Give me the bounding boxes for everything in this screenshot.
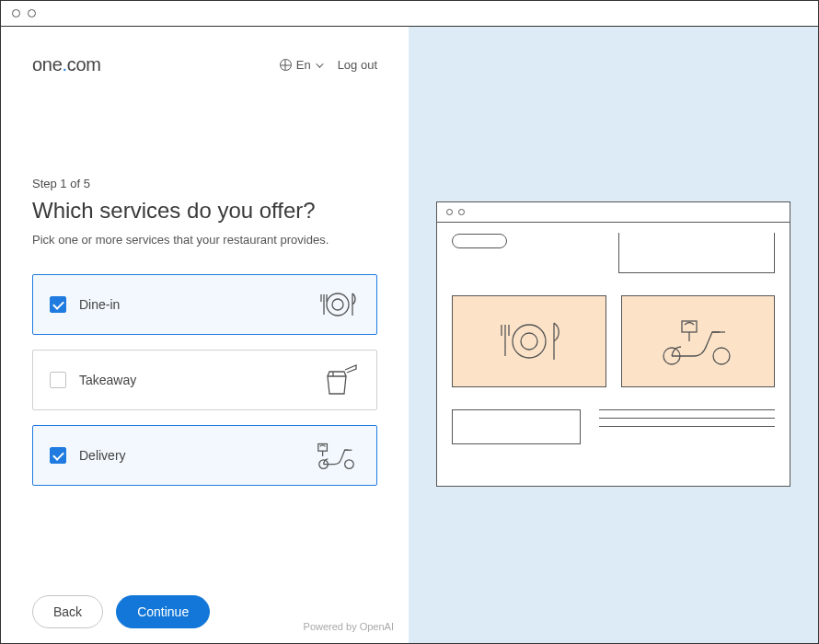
checkbox[interactable]: [50, 372, 66, 388]
preview-window: [436, 201, 790, 487]
preview-box: [452, 409, 581, 444]
svg-point-8: [713, 348, 730, 364]
app-window: one.com En Log out Step 1 of 5 Which ser…: [0, 0, 819, 644]
continue-button[interactable]: Continue: [116, 595, 210, 628]
preview-tile-delivery: [621, 295, 776, 387]
preview-hero-box: [618, 233, 775, 273]
window-control-dot[interactable]: [28, 9, 36, 17]
option-delivery[interactable]: Delivery: [32, 425, 377, 486]
preview-window-dot: [458, 209, 465, 215]
svg-point-3: [345, 460, 354, 469]
preview-window-dot: [446, 209, 453, 215]
preview-body: [437, 223, 790, 486]
brand-logo: one.com: [32, 54, 101, 75]
option-label: Takeaway: [79, 373, 301, 387]
checkbox[interactable]: [50, 296, 66, 313]
step-label: Step 1 of 5: [32, 177, 377, 190]
window-titlebar: [1, 1, 818, 27]
language-selector[interactable]: En: [280, 58, 321, 72]
preview-footer-row: [452, 409, 775, 444]
page-title: Which services do you offer?: [32, 198, 377, 224]
svg-point-6: [521, 333, 537, 350]
logout-link[interactable]: Log out: [338, 58, 377, 72]
preview-line: [599, 418, 775, 419]
content-area: one.com En Log out Step 1 of 5 Which ser…: [1, 27, 818, 643]
preview-line: [599, 426, 775, 427]
preview-navbar: [452, 234, 775, 273]
brand-suffix: com: [67, 54, 101, 75]
language-label: En: [296, 58, 311, 72]
preview-tile-dinein: [452, 295, 606, 387]
checkbox[interactable]: [50, 447, 66, 464]
options-list: Dine-in Takeaway: [32, 274, 377, 486]
svg-point-0: [327, 293, 349, 316]
bag-icon: [314, 362, 360, 398]
preview-line: [599, 409, 775, 410]
powered-by-label: Powered by OpenAI: [304, 621, 394, 632]
scooter-icon: [652, 314, 744, 369]
preview-tiles: [452, 295, 775, 387]
preview-nav-pill: [452, 234, 507, 248]
option-label: Dine-in: [79, 297, 301, 312]
chevron-down-icon: [316, 60, 323, 67]
scooter-icon: [314, 437, 360, 474]
topbar: one.com En Log out: [32, 54, 377, 75]
globe-icon: [280, 59, 292, 71]
preview-titlebar: [437, 202, 790, 223]
window-control-dot[interactable]: [12, 9, 20, 17]
svg-point-1: [332, 299, 343, 310]
page-subtitle: Pick one or more services that your rest…: [32, 233, 377, 247]
plate-icon: [314, 286, 360, 323]
right-preview-panel: [409, 27, 818, 643]
svg-point-5: [513, 325, 546, 358]
left-panel: one.com En Log out Step 1 of 5 Which ser…: [1, 27, 409, 643]
brand-prefix: one: [32, 54, 62, 75]
top-actions: En Log out: [280, 58, 377, 72]
option-dine-in[interactable]: Dine-in: [32, 274, 377, 335]
back-button[interactable]: Back: [32, 595, 103, 628]
option-takeaway[interactable]: Takeaway: [32, 350, 377, 410]
preview-lines: [599, 409, 775, 427]
plate-icon: [488, 314, 571, 369]
option-label: Delivery: [79, 448, 301, 463]
